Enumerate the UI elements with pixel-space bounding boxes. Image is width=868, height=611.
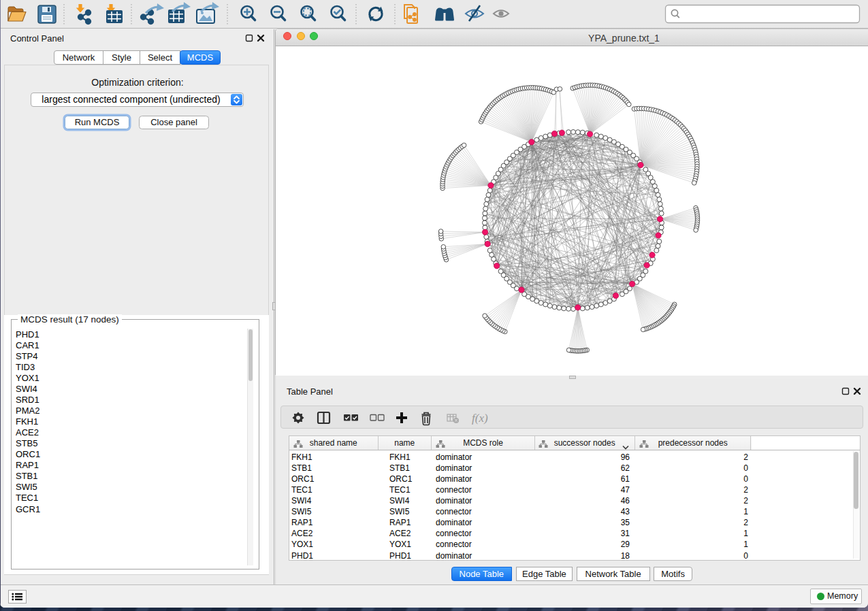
svg-text:f(x): f(x) — [472, 412, 488, 425]
